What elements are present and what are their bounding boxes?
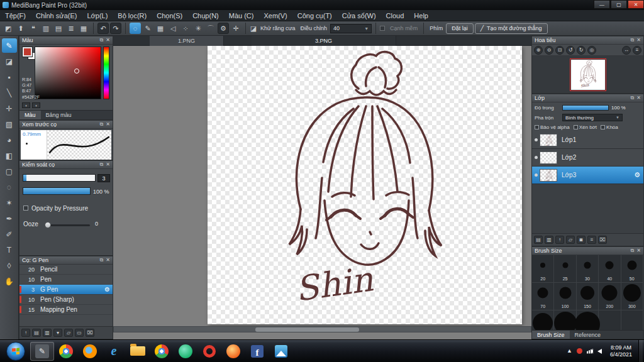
menu-edit[interactable]: Chỉnh sửa(E) — [31, 10, 82, 21]
snap-triangle-icon[interactable]: ◁ — [167, 23, 179, 34]
taskbar-ie-icon[interactable]: e — [102, 342, 126, 361]
snap-settings-icon[interactable]: ⚙ — [218, 23, 229, 34]
brush-folder-icon[interactable]: ▱ — [64, 329, 73, 337]
layer-visibility-icon[interactable] — [532, 173, 540, 177]
protect-alpha-checkbox[interactable] — [535, 125, 539, 129]
brush-size-option[interactable]: 200 — [599, 283, 621, 310]
doc-tab-3png[interactable]: 3.PNG — [252, 36, 396, 46]
foreground-color-swatch[interactable] — [23, 47, 32, 57]
brush-size-option[interactable]: 30 — [577, 255, 599, 283]
pen-tool[interactable]: ╲ — [2, 85, 17, 100]
dot-tool[interactable]: ▪ — [2, 70, 17, 84]
brush-item-pen[interactable]: 10 Pen — [19, 275, 113, 285]
select-tool[interactable]: ▢ — [2, 164, 17, 178]
snap-curve-icon[interactable]: ⌒ — [205, 23, 216, 34]
undo-icon[interactable]: ↶ — [97, 23, 109, 34]
tab-color[interactable]: Màu — [19, 111, 41, 119]
transparent-color-icon[interactable]: ▾ — [32, 102, 40, 108]
snap-radial-icon[interactable]: ✳ — [192, 23, 204, 34]
flip-view-icon[interactable]: ↔ — [622, 46, 631, 55]
maximize-button[interactable]: ▢ — [611, 0, 627, 9]
panel-close-icon[interactable]: ✕ — [636, 248, 641, 253]
comment-icon[interactable]: ❝ — [28, 23, 39, 34]
scrollbar-thumb[interactable] — [255, 327, 359, 332]
clipping-option[interactable]: Xén bớt — [574, 124, 597, 130]
brush-settings-icon[interactable]: ⚙ — [104, 286, 110, 293]
layer-folder-icon[interactable]: ▱ — [566, 236, 575, 244]
snap-cross-icon[interactable]: ✛ — [230, 23, 242, 34]
layer-opacity-slider[interactable] — [562, 105, 609, 111]
brush-item-mapping-pen[interactable]: 15 Mapping Pen — [19, 305, 113, 315]
merge-layer-icon[interactable]: ≡ — [587, 236, 596, 244]
clock[interactable]: 8:09 AM 6/4/2021 — [610, 344, 632, 358]
soft-edge-checkbox[interactable] — [380, 26, 385, 31]
move-tool[interactable]: ✛ — [2, 101, 17, 116]
panel-float-icon[interactable]: ⧉ — [100, 122, 104, 127]
reset-button[interactable]: Đặt lại — [446, 23, 474, 34]
brush-up-icon[interactable]: ↑ — [21, 329, 30, 337]
hue-slider[interactable] — [103, 47, 109, 99]
taskbar-folder-icon[interactable] — [126, 342, 150, 361]
viewport-indicator[interactable] — [570, 58, 606, 91]
bucket-tool[interactable]: ◕ — [2, 133, 17, 147]
brush-item-gpen[interactable]: 3 G Pen ⚙ — [19, 285, 113, 295]
rotate-left-icon[interactable]: ↺ — [566, 46, 575, 55]
taskbar-chrome2-icon[interactable] — [150, 342, 174, 361]
brush-size-option[interactable]: 300 — [621, 283, 643, 310]
rotate-right-icon[interactable]: ↻ — [577, 46, 586, 55]
navigator-menu-icon[interactable]: ≡ — [633, 46, 641, 55]
panel-close-icon[interactable]: ✕ — [106, 38, 110, 43]
list-view-icon[interactable]: ≣ — [65, 23, 77, 34]
panel-close-icon[interactable]: ✕ — [636, 38, 641, 43]
clipping-checkbox[interactable] — [574, 125, 578, 129]
show-desktop-button[interactable] — [638, 340, 643, 362]
saturation-value-picker[interactable] — [35, 47, 101, 99]
menu-view[interactable]: Xem(V) — [258, 10, 292, 21]
layer-up-icon[interactable]: ↑ — [555, 236, 564, 244]
brush-menu-icon[interactable]: ▾ — [53, 329, 62, 337]
menu-tools[interactable]: Công cụ(T) — [292, 10, 337, 21]
panel-float-icon[interactable]: ⧉ — [100, 162, 104, 167]
taskbar-facebook-icon[interactable]: f — [245, 342, 269, 361]
layer-settings-icon[interactable]: ⚙ — [634, 171, 640, 179]
straight-line-button[interactable]: ╱ Tạo một đường thẳng — [475, 23, 548, 34]
upload-icon[interactable]: ⬆ — [15, 23, 26, 34]
brush-item-pencil[interactable]: 20 Pencil — [19, 265, 113, 275]
lasso-tool[interactable]: ◌ — [2, 180, 17, 194]
horizontal-scrollbar[interactable] — [113, 326, 531, 332]
color-swap-icon[interactable]: ▾ — [22, 102, 30, 108]
panel-close-icon[interactable]: ✕ — [106, 162, 110, 167]
brush-size-option[interactable]: 40 — [599, 255, 621, 283]
layer-row-2[interactable]: Lớp2 — [532, 149, 643, 167]
menu-filter[interactable]: Bộ lọc(R) — [113, 10, 152, 21]
brush-size-option[interactable]: 70 — [532, 283, 554, 310]
menu-snap[interactable]: Chụp(N) — [187, 10, 224, 21]
text-tool[interactable]: T — [2, 243, 17, 257]
opacity-pressure-checkbox[interactable] — [23, 206, 28, 211]
new-layer-icon[interactable]: ▤ — [534, 236, 543, 244]
layer-row-3[interactable]: Lớp3 ⚙ — [532, 167, 643, 184]
protect-alpha-option[interactable]: Bảo vệ alpha — [535, 124, 570, 130]
panel-close-icon[interactable]: ✕ — [106, 122, 110, 127]
drawing-canvas[interactable] — [208, 46, 522, 324]
panel-float-icon[interactable]: ⧉ — [631, 248, 635, 253]
antialias-icon[interactable]: ◪ — [250, 23, 257, 34]
eraser-tool[interactable]: ◪ — [2, 54, 17, 69]
antivirus-tray-icon[interactable] — [577, 348, 582, 354]
new-brush-icon[interactable]: ▤ — [32, 329, 41, 337]
panel-float-icon[interactable]: ⧉ — [631, 38, 635, 43]
volume-tray-icon[interactable] — [597, 349, 602, 354]
brush-size-option[interactable]: 150 — [577, 283, 599, 310]
new-doc-icon[interactable]: ▤ — [53, 23, 64, 34]
redo-icon[interactable]: ↷ — [110, 23, 121, 34]
tab-reference[interactable]: Reference — [570, 331, 606, 339]
taskbar-photos-icon[interactable] — [269, 342, 293, 361]
gradient-tool[interactable]: ◧ — [2, 148, 17, 163]
select-eraser-tool[interactable]: ✐ — [2, 227, 17, 241]
panel-close-icon[interactable]: ✕ — [636, 96, 641, 101]
panel-float-icon[interactable]: ⧉ — [100, 38, 104, 43]
brush-tool[interactable]: ✎ — [2, 38, 17, 53]
brush-size-slider[interactable] — [23, 174, 96, 182]
menu-cloud[interactable]: Cloud — [381, 10, 409, 21]
duplicate-brush-icon[interactable]: ▥ — [43, 329, 52, 337]
